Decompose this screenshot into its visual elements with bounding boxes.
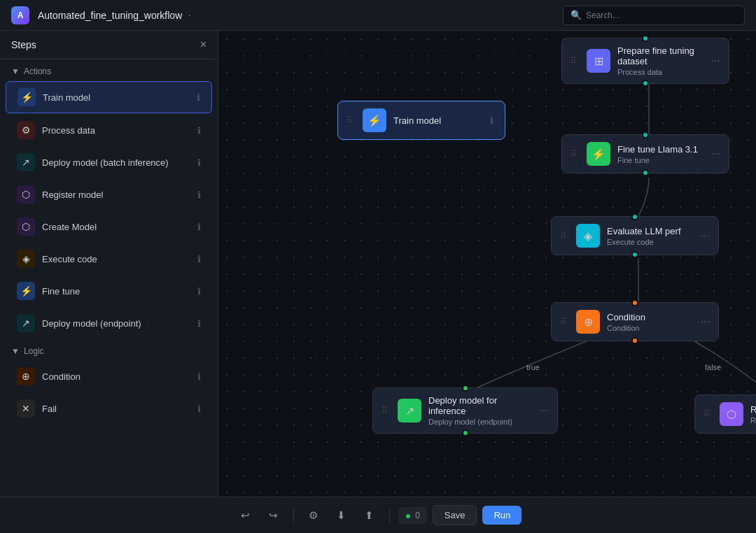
prepare-node-title: Prepare fine tuning dataset	[617, 45, 704, 66]
info-icon-train[interactable]: ℹ	[197, 92, 200, 103]
condition-node-info: Condition Condition	[607, 312, 694, 332]
step-fine-tune-label: Fine tune	[42, 286, 190, 297]
train-node-title: Train model	[393, 115, 483, 126]
toolbar-divider-1	[293, 509, 294, 523]
fine-tune-icon: ⚡	[17, 282, 35, 300]
node-train[interactable]: ⠿ ⚡ Train model ℹ	[337, 101, 505, 140]
deploy-node-title: Deploy model for inference	[428, 395, 533, 416]
finetune-node-subtitle: Fine tune	[617, 156, 704, 164]
evaluate-node-menu[interactable]: ···	[701, 229, 710, 242]
run-button[interactable]: Run	[482, 506, 522, 525]
node-register[interactable]: ⠿ ⬡ Register model Register model ···	[694, 395, 756, 434]
step-deploy-batch-label: Deploy model (batch inference)	[42, 157, 190, 168]
step-register-model[interactable]: ⬡ Register model ℹ	[6, 179, 212, 210]
prepare-handle-bottom	[642, 80, 649, 87]
register-model-icon: ⬡	[17, 185, 35, 204]
register-node-icon: ⬡	[720, 402, 743, 426]
node-deploy[interactable]: ⠿ ↗ Deploy model for inference Deploy mo…	[372, 388, 558, 434]
prepare-node-menu[interactable]: ···	[711, 55, 720, 67]
step-condition[interactable]: ⊕ Condition ℹ	[6, 361, 212, 392]
info-icon-execute[interactable]: ℹ	[197, 254, 201, 264]
info-icon-register[interactable]: ℹ	[197, 190, 201, 200]
finetune-node-info: Fine tune Llama 3.1 Fine tune	[617, 144, 704, 164]
evaluate-handle-bottom	[631, 251, 638, 258]
sidebar-header: Steps ×	[0, 31, 218, 59]
drag-handle-evaluate: ⠿	[560, 231, 566, 241]
info-icon-create[interactable]: ℹ	[197, 222, 201, 232]
false-label: false	[705, 363, 721, 371]
deploy-handle-bottom	[462, 429, 469, 436]
sidebar: Steps × ▼ Actions ⚡ Train model ℹ ⚙ Proc…	[0, 31, 218, 497]
step-create-model-label: Create Model	[42, 222, 190, 232]
finetune-handle-bottom	[642, 169, 649, 176]
search-input[interactable]	[586, 10, 737, 20]
process-data-icon: ⚙	[17, 121, 35, 139]
status-indicator: ● 0	[398, 507, 427, 524]
drag-handle-condition: ⠿	[560, 317, 566, 327]
section-actions[interactable]: ▼ Actions	[0, 59, 218, 80]
node-finetune[interactable]: ⠿ ⚡ Fine tune Llama 3.1 Fine tune ···	[561, 134, 729, 173]
condition-node-icon: ⊕	[576, 310, 600, 334]
app-logo: A	[11, 6, 29, 24]
undo-button[interactable]: ↩	[234, 504, 257, 527]
step-fail[interactable]: ✕ Fail ℹ	[6, 393, 212, 424]
status-dot: ●	[405, 510, 411, 521]
step-process-data-label: Process data	[42, 125, 190, 136]
finetune-node-menu[interactable]: ···	[711, 148, 720, 160]
workflow-canvas[interactable]: true false ⠿ ⊞ Prepare fine tuning datas…	[218, 31, 756, 497]
step-execute-code[interactable]: ◈ Execute code ℹ	[6, 243, 212, 274]
node-condition[interactable]: ⠿ ⊕ Condition Condition ···	[551, 302, 719, 341]
workflow-title: Automated_fine_tuning_workflow	[38, 10, 182, 21]
deploy-endpoint-icon: ↗	[17, 314, 35, 332]
section-logic-label: Logic	[24, 346, 44, 356]
chevron-down-icon: ▼	[11, 66, 20, 76]
header-dot: ·	[188, 8, 191, 22]
toolbar-divider-2	[389, 509, 390, 523]
condition-node-title: Condition	[607, 312, 694, 322]
search-bar[interactable]: 🔍	[563, 6, 745, 25]
info-icon-finetune[interactable]: ℹ	[197, 286, 201, 297]
section-logic[interactable]: ▼ Logic	[0, 339, 218, 360]
step-deploy-batch[interactable]: ↗ Deploy model (batch inference) ℹ	[6, 147, 212, 178]
step-deploy-endpoint[interactable]: ↗ Deploy model (endpoint) ℹ	[6, 308, 212, 339]
step-create-model[interactable]: ⬡ Create Model ℹ	[6, 211, 212, 242]
condition-node-menu[interactable]: ···	[701, 315, 710, 328]
drag-handle-deploy: ⠿	[382, 406, 388, 415]
info-icon-fail[interactable]: ℹ	[197, 404, 201, 414]
register-node-info: Register model Register model	[750, 404, 756, 425]
header: A Automated_fine_tuning_workflow · 🔍	[0, 0, 756, 31]
upload-button[interactable]: ⬆	[358, 504, 381, 527]
evaluate-node-icon: ◈	[576, 224, 600, 248]
node-evaluate[interactable]: ⠿ ◈ Evaluate LLM perf Execute code ···	[551, 216, 719, 255]
evaluate-node-subtitle: Execute code	[607, 238, 694, 246]
download-button[interactable]: ⬇	[330, 504, 353, 527]
step-train-model-label: Train model	[43, 92, 190, 103]
prepare-handle-top	[642, 35, 649, 42]
close-sidebar-button[interactable]: ×	[200, 39, 206, 50]
step-train-model[interactable]: ⚡ Train model ℹ	[6, 81, 212, 113]
condition-handle-bottom	[631, 337, 638, 344]
save-button[interactable]: Save	[433, 505, 477, 525]
settings-button[interactable]: ⚙	[302, 504, 325, 527]
drag-handle-prepare: ⠿	[570, 56, 577, 66]
deploy-node-menu[interactable]: ···	[540, 404, 549, 417]
finetune-node-icon: ⚡	[587, 142, 610, 166]
step-execute-code-label: Execute code	[42, 254, 190, 264]
deploy-node-subtitle: Deploy model (endpoint)	[428, 418, 533, 426]
drag-handle-register: ⠿	[704, 409, 710, 419]
evaluate-handle-top	[631, 213, 638, 220]
info-icon-deploy-ep[interactable]: ℹ	[197, 318, 201, 329]
redo-button[interactable]: ↪	[262, 504, 285, 527]
step-process-data[interactable]: ⚙ Process data ℹ	[6, 115, 212, 145]
info-icon-process[interactable]: ℹ	[197, 125, 201, 136]
train-node-info-icon[interactable]: ℹ	[490, 115, 493, 126]
info-icon-deploy-batch[interactable]: ℹ	[197, 157, 201, 168]
info-icon-condition[interactable]: ℹ	[197, 371, 201, 382]
drag-handle-train: ⠿	[346, 115, 353, 125]
node-prepare[interactable]: ⠿ ⊞ Prepare fine tuning dataset Process …	[561, 38, 729, 84]
deploy-batch-icon: ↗	[17, 153, 35, 171]
prepare-node-info: Prepare fine tuning dataset Process data	[617, 45, 704, 76]
deploy-handle-top	[462, 385, 469, 392]
step-fail-label: Fail	[42, 404, 190, 414]
step-fine-tune[interactable]: ⚡ Fine tune ℹ	[6, 276, 212, 306]
